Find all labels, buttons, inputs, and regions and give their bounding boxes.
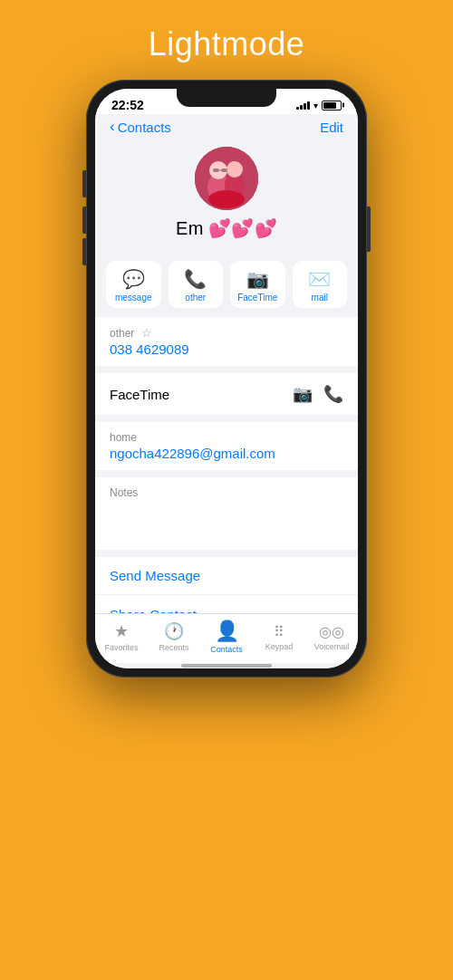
svg-rect-5 [213, 168, 219, 172]
page-title: Lightmode [149, 25, 305, 63]
voicemail-tab-label: Voicemail [314, 642, 350, 651]
message-label: message [115, 293, 152, 303]
action-links-section: Send Message Share Contact Add to Favori… [95, 557, 358, 613]
message-icon: 💬 [122, 268, 145, 290]
facetime-label: FaceTime [237, 293, 277, 303]
share-contact-link[interactable]: Share Contact [95, 596, 358, 613]
signal-icon [296, 101, 310, 110]
nav-bar: ‹ Contacts Edit [95, 114, 358, 139]
contact-name: Em 💕💕💕 [176, 217, 277, 239]
battery-icon [322, 101, 342, 110]
keypad-icon: ⠿ [274, 623, 284, 640]
avatar [195, 147, 258, 210]
mail-icon: ✉️ [308, 268, 331, 290]
recents-tab-label: Recents [159, 643, 188, 652]
chevron-left-icon: ‹ [110, 118, 115, 136]
send-message-link[interactable]: Send Message [95, 557, 358, 595]
facetime-audio-icon[interactable]: 📞 [323, 384, 343, 404]
back-label: Contacts [118, 120, 171, 135]
contacts-tab-label: Contacts [210, 645, 243, 654]
notes-section[interactable]: Notes [95, 477, 358, 550]
status-time: 22:52 [111, 98, 144, 112]
favorites-tab-label: Favorites [104, 643, 138, 652]
tab-contacts[interactable]: 👤 Contacts [200, 620, 253, 654]
notch [177, 87, 276, 107]
svg-point-8 [208, 190, 245, 208]
phone-icon: 📞 [184, 268, 207, 290]
favorites-icon: ★ [114, 621, 129, 641]
email-item[interactable]: home ngocha422896@gmail.com [95, 422, 358, 470]
tab-recents[interactable]: 🕐 Recents [148, 621, 200, 652]
facetime-video-icon[interactable]: 📷 [293, 384, 313, 404]
mail-button[interactable]: ✉️ mail [293, 261, 348, 308]
tab-bar: ★ Favorites 🕐 Recents 👤 Contacts ⠿ Keypa… [95, 613, 358, 663]
email-value[interactable]: ngocha422896@gmail.com [110, 446, 343, 461]
facetime-section-label: FaceTime [110, 387, 169, 402]
home-indicator [95, 663, 358, 668]
svg-point-4 [226, 161, 243, 178]
svg-rect-6 [221, 168, 227, 172]
facetime-row: FaceTime 📷 📞 [95, 373, 358, 415]
facetime-section: FaceTime 📷 📞 [95, 373, 358, 415]
phone-section: other ☆ 038 4629089 [95, 317, 358, 366]
edit-button[interactable]: Edit [320, 120, 343, 135]
tab-keypad[interactable]: ⠿ Keypad [253, 623, 305, 651]
star-icon: ☆ [141, 326, 152, 340]
message-button[interactable]: 💬 message [106, 261, 161, 308]
email-section: home ngocha422896@gmail.com [95, 422, 358, 470]
other-call-button[interactable]: 📞 other [169, 261, 224, 308]
contact-header: Em 💕💕💕 [95, 139, 358, 252]
tab-favorites[interactable]: ★ Favorites [95, 621, 148, 652]
contact-content: other ☆ 038 4629089 FaceTime 📷 📞 [95, 317, 358, 613]
notes-label: Notes [110, 486, 343, 499]
keypad-tab-label: Keypad [265, 642, 294, 651]
facetime-action-icons: 📷 📞 [293, 384, 343, 404]
phone-number[interactable]: 038 4629089 [110, 341, 343, 357]
phone-item[interactable]: other ☆ 038 4629089 [95, 317, 358, 366]
facetime-button[interactable]: 📷 FaceTime [230, 261, 285, 308]
status-icons: ▾ [296, 101, 342, 110]
back-button[interactable]: ‹ Contacts [110, 118, 171, 136]
wifi-icon: ▾ [313, 101, 318, 110]
home-bar [181, 664, 272, 668]
action-buttons-row: 💬 message 📞 other 📷 FaceTime ✉️ mail [95, 252, 358, 317]
tab-voicemail[interactable]: ◎◎ Voicemail [305, 623, 358, 651]
contacts-icon: 👤 [215, 620, 239, 643]
mail-label: mail [312, 293, 328, 303]
other-label: other [185, 293, 206, 303]
email-type-label: home [110, 431, 343, 444]
voicemail-icon: ◎◎ [319, 623, 344, 640]
phone-mockup: 22:52 ▾ ‹ Co [86, 80, 367, 677]
video-icon: 📷 [246, 268, 269, 290]
phone-type-label: other ☆ [110, 326, 343, 340]
recents-icon: 🕐 [164, 621, 184, 641]
